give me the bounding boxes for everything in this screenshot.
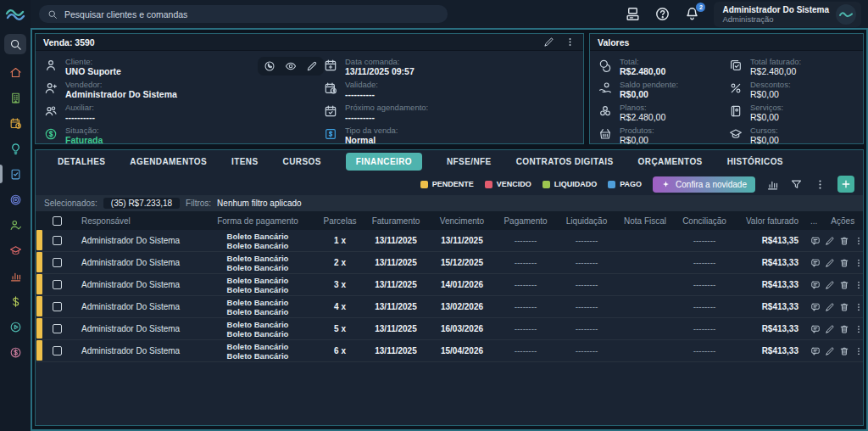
pencil-icon[interactable]	[825, 280, 835, 290]
table-row[interactable]: Administrador Do Sistema Boleto Bancário…	[36, 340, 863, 362]
chart-icon[interactable]	[766, 178, 779, 191]
book-icon	[729, 104, 743, 118]
kebab-icon[interactable]	[854, 236, 863, 246]
kebab-icon[interactable]	[854, 258, 863, 268]
comment-icon[interactable]	[810, 258, 821, 268]
legend-item: PAGO	[608, 180, 642, 188]
search-input[interactable]	[64, 9, 439, 20]
confira-novidade-button[interactable]: Confira a novidade	[653, 176, 755, 193]
pencil-icon[interactable]	[825, 258, 835, 268]
venda-menu-icon[interactable]	[565, 36, 576, 48]
sidebar-item[interactable]	[0, 192, 31, 207]
hidden-columns-ellipsis[interactable]: ...	[810, 216, 817, 226]
whatsapp-icon[interactable]	[264, 60, 275, 72]
conciliacao-cell: --------	[673, 346, 736, 355]
venda-title: Venda: 3590	[43, 37, 95, 48]
tab[interactable]: FINANCEIRO	[346, 153, 422, 171]
sidebar-item[interactable]	[0, 344, 31, 360]
faturamento-cell: 13/11/2025	[363, 258, 429, 267]
row-actions	[807, 346, 863, 356]
forma-pagamento-cell: Boleto Bancário Boleto Bancário	[198, 254, 317, 272]
sidebar-item[interactable]	[0, 34, 31, 54]
vencimento-cell: 13/02/2026	[429, 302, 495, 311]
sidebar-item[interactable]	[0, 166, 31, 182]
comment-icon[interactable]	[810, 346, 821, 356]
notifications-bell-icon[interactable]: 2	[684, 6, 700, 22]
trash-icon[interactable]	[839, 236, 849, 246]
tab[interactable]: DETALHES	[58, 153, 105, 171]
edit-venda-icon[interactable]	[543, 36, 554, 48]
percent-icon	[729, 81, 743, 95]
tab[interactable]: AGENDAMENTOS	[130, 153, 207, 171]
table-row[interactable]: Administrador Do Sistema Boleto Bancário…	[36, 230, 863, 252]
trash-icon[interactable]	[839, 258, 849, 268]
kebab-icon[interactable]	[854, 302, 863, 312]
legend-color-swatch	[542, 181, 550, 188]
avatar[interactable]	[836, 4, 856, 25]
sidebar-item[interactable]	[0, 217, 31, 232]
tab[interactable]: ORÇAMENTOS	[638, 153, 703, 171]
pdv-terminal-icon[interactable]	[625, 6, 641, 22]
sidebar-item[interactable]	[0, 294, 31, 309]
table-row[interactable]: Administrador Do Sistema Boleto Bancário…	[36, 252, 863, 274]
parcelas-cell: 5 x	[317, 324, 363, 333]
kebab-icon[interactable]	[814, 178, 826, 191]
table-row[interactable]: Administrador Do Sistema Boleto Bancário…	[36, 318, 863, 340]
help-icon[interactable]	[654, 6, 670, 22]
pencil-icon[interactable]	[306, 60, 318, 72]
sidebar-item[interactable]	[0, 90, 31, 105]
row-actions	[807, 258, 863, 268]
eye-icon[interactable]	[285, 60, 297, 72]
trash-icon[interactable]	[839, 346, 849, 356]
comment-icon[interactable]	[810, 324, 821, 334]
sidebar-item[interactable]	[0, 268, 31, 283]
responsavel-cell: Administrador Do Sistema	[71, 302, 198, 311]
kebab-icon[interactable]	[854, 280, 863, 290]
tab[interactable]: CONTRATOS DIGITAIS	[516, 153, 614, 171]
sidebar-item[interactable]	[0, 243, 31, 258]
tab[interactable]: ITENS	[231, 153, 258, 171]
field-value: ----------	[65, 112, 95, 122]
pencil-icon[interactable]	[825, 324, 835, 334]
row-checkbox[interactable]	[53, 280, 62, 289]
row-checkbox[interactable]	[53, 346, 62, 355]
valor-faturado-cell: R$413,33	[736, 258, 807, 267]
pencil-icon[interactable]	[825, 302, 835, 312]
calendar-plus-icon	[324, 59, 337, 72]
person-icon	[44, 59, 58, 72]
trash-icon[interactable]	[839, 280, 849, 290]
tab[interactable]: HISTÓRICOS	[727, 153, 783, 171]
sidebar	[0, 28, 31, 431]
pencil-icon[interactable]	[825, 346, 835, 356]
sidebar-item[interactable]	[0, 141, 31, 156]
trash-icon[interactable]	[839, 324, 849, 334]
table-row[interactable]: Administrador Do Sistema Boleto Bancário…	[36, 274, 863, 296]
row-checkbox[interactable]	[53, 236, 62, 245]
filter-icon[interactable]	[790, 178, 803, 191]
add-button[interactable]	[837, 176, 854, 193]
comment-icon[interactable]	[810, 236, 821, 246]
tab[interactable]: CURSOS	[283, 153, 321, 171]
comment-icon[interactable]	[810, 302, 821, 312]
faturamento-cell: 13/11/2025	[363, 324, 429, 333]
trash-icon[interactable]	[839, 302, 849, 312]
user-menu[interactable]: Administrador Do Sistema Administração	[714, 2, 861, 27]
coin-cluster-icon	[598, 104, 612, 118]
row-checkbox[interactable]	[53, 324, 62, 333]
kebab-icon[interactable]	[854, 346, 863, 356]
kebab-icon[interactable]	[854, 324, 863, 334]
venda-field: Validade: ----------	[324, 80, 575, 99]
table-row[interactable]: Administrador Do Sistema Boleto Bancário…	[36, 296, 863, 318]
select-all-checkbox[interactable]	[53, 216, 62, 226]
row-checkbox[interactable]	[53, 302, 62, 311]
sidebar-item[interactable]	[0, 64, 31, 80]
row-checkbox[interactable]	[53, 258, 62, 267]
pencil-icon[interactable]	[825, 236, 835, 246]
responsavel-cell: Administrador Do Sistema	[71, 258, 198, 267]
sidebar-item[interactable]	[0, 319, 31, 334]
comment-icon[interactable]	[810, 280, 821, 290]
sidebar-item[interactable]	[0, 115, 31, 131]
tab[interactable]: NFSE/NFE	[447, 153, 492, 171]
valores-label: Total faturado:	[750, 57, 801, 66]
tabs: DETALHES AGENDAMENTOS ITENS CURSOS FINAN…	[36, 150, 863, 173]
